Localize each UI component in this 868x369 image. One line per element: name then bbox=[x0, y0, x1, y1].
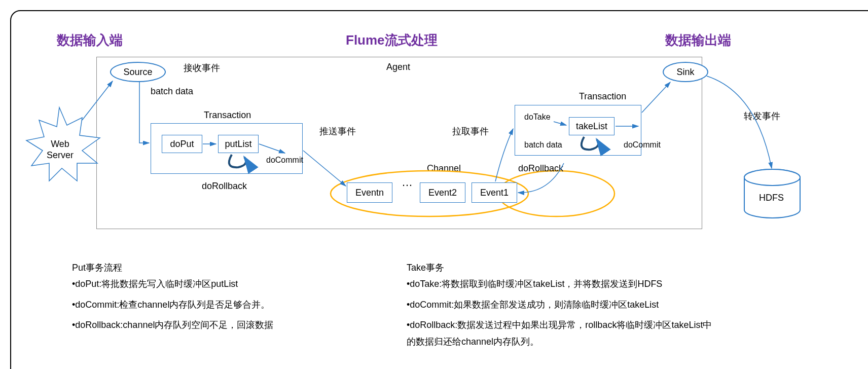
take-title: Take事务 bbox=[407, 260, 721, 276]
event2-box: Event2 bbox=[420, 182, 465, 203]
flume-diagram: 数据输入端 Flume流式处理 数据输出端 Agent Web Server S… bbox=[10, 10, 868, 369]
putlist-label: putList bbox=[225, 139, 251, 150]
takelist-box: takeList bbox=[569, 117, 614, 135]
title-input: 数据输入端 bbox=[57, 31, 123, 49]
putlist-box: putList bbox=[218, 135, 259, 153]
sink-label: Sink bbox=[676, 67, 694, 78]
agent-label: Agent bbox=[386, 62, 410, 72]
sink-node: Sink bbox=[663, 62, 708, 82]
take-line1: •doTake:将数据取到临时缓冲区takeList，并将数据发送到HDFS bbox=[407, 276, 721, 292]
dots-label: … bbox=[402, 176, 413, 189]
docommit-1-label: doCommit bbox=[266, 156, 303, 165]
eventn-box: Eventn bbox=[347, 182, 392, 203]
take-line3: •doRollback:数据发送过程中如果出现异常，rollback将临时缓冲区… bbox=[407, 317, 721, 350]
push-event-label: 推送事件 bbox=[319, 125, 356, 137]
put-line2: •doCommit:检查channel内存队列是否足够合并。 bbox=[72, 297, 356, 313]
title-center: Flume流式处理 bbox=[346, 31, 438, 49]
put-title: Put事务流程 bbox=[72, 260, 356, 276]
batch-data-2-label: batch data bbox=[524, 140, 562, 150]
transaction-2-label: Transaction bbox=[579, 91, 626, 102]
source-node: Source bbox=[110, 62, 166, 82]
pull-event-label: 拉取事件 bbox=[452, 125, 489, 137]
channel-label: Channel bbox=[427, 163, 461, 174]
takelist-label: takeList bbox=[576, 121, 607, 132]
svg-point-3 bbox=[744, 169, 800, 186]
source-label: Source bbox=[123, 67, 152, 78]
forward-event-label: 转发事件 bbox=[744, 110, 780, 122]
recv-event-label: 接收事件 bbox=[184, 62, 220, 74]
doput-label: doPut bbox=[170, 139, 194, 150]
batch-data-1-label: batch data bbox=[151, 86, 193, 97]
doput-box: doPut bbox=[162, 135, 202, 153]
svg-point-4 bbox=[744, 169, 800, 186]
dorollback-1-label: doRollback bbox=[202, 181, 247, 192]
dotake-label: doTake bbox=[524, 113, 551, 122]
docommit-2-label: doCommit bbox=[624, 140, 661, 150]
put-line3: •doRollback:channel内存队列空间不足，回滚数据 bbox=[72, 317, 356, 333]
eventn-label: Eventn bbox=[355, 188, 384, 198]
transaction-1-label: Transaction bbox=[204, 110, 251, 121]
event2-label: Event2 bbox=[428, 188, 457, 198]
event1-label: Event1 bbox=[480, 188, 509, 198]
dorollback-2-label: doRollback bbox=[518, 163, 563, 174]
hdfs-label: HDFS bbox=[759, 193, 784, 203]
title-output: 数据输出端 bbox=[665, 31, 731, 49]
webserver-label: Web Server bbox=[47, 139, 74, 161]
put-line1: •doPut:将批数据先写入临时缓冲区putList bbox=[72, 276, 356, 292]
put-desc: Put事务流程 •doPut:将批数据先写入临时缓冲区putList •doCo… bbox=[72, 260, 356, 334]
event1-box: Event1 bbox=[472, 182, 517, 203]
take-line2: •doCommit:如果数据全部发送成功，则清除临时缓冲区takeList bbox=[407, 297, 721, 313]
take-desc: Take事务 •doTake:将数据取到临时缓冲区takeList，并将数据发送… bbox=[407, 260, 721, 350]
